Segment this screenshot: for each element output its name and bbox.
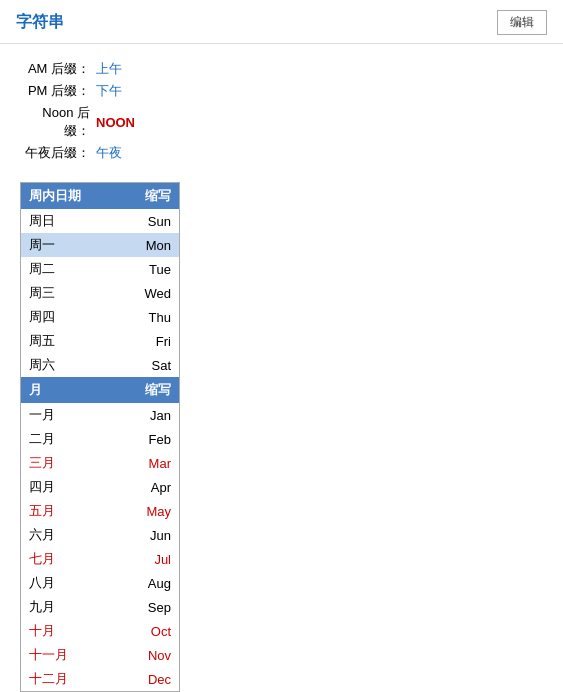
month-row: 九月Sep xyxy=(21,595,180,619)
weekday-row: 周六Sat xyxy=(21,353,180,377)
month-name: 十月 xyxy=(21,619,119,643)
weekday-row: 周一Mon xyxy=(21,233,180,257)
suffix-section: AM 后缀：上午PM 后缀：下午Noon 后缀：NOON午夜后缀：午夜 xyxy=(20,60,543,162)
month-name: 五月 xyxy=(21,499,119,523)
weekday-name: 周三 xyxy=(21,281,119,305)
weekday-abbr-col-header: 缩写 xyxy=(118,183,179,210)
weekday-row: 周三Wed xyxy=(21,281,180,305)
month-name: 二月 xyxy=(21,427,119,451)
month-row: 十一月Nov xyxy=(21,643,180,667)
content-area: AM 后缀：上午PM 后缀：下午Noon 后缀：NOON午夜后缀：午夜 周内日期… xyxy=(0,44,563,692)
month-abbr: Jul xyxy=(118,547,179,571)
weekday-name: 周五 xyxy=(21,329,119,353)
weekday-abbr: Sun xyxy=(118,209,179,233)
month-row: 二月Feb xyxy=(21,427,180,451)
month-row: 十月Oct xyxy=(21,619,180,643)
page-header: 字符串 编辑 xyxy=(0,0,563,44)
month-row: 八月Aug xyxy=(21,571,180,595)
suffix-row: 午夜后缀：午夜 xyxy=(20,144,543,162)
weekday-header-row: 周内日期 缩写 xyxy=(21,183,180,210)
month-row: 五月May xyxy=(21,499,180,523)
weekday-name: 周日 xyxy=(21,209,119,233)
month-abbr: Dec xyxy=(118,667,179,692)
month-abbr: Jun xyxy=(118,523,179,547)
month-row: 一月Jan xyxy=(21,403,180,427)
suffix-value: 下午 xyxy=(96,82,122,100)
month-abbr: Feb xyxy=(118,427,179,451)
calendar-table: 周内日期 缩写 周日Sun周一Mon周二Tue周三Wed周四Thu周五Fri周六… xyxy=(20,182,180,692)
month-name: 九月 xyxy=(21,595,119,619)
month-row: 四月Apr xyxy=(21,475,180,499)
month-abbr: Apr xyxy=(118,475,179,499)
weekday-row: 周日Sun xyxy=(21,209,180,233)
month-abbr-col-header: 缩写 xyxy=(118,377,179,403)
suffix-value: 午夜 xyxy=(96,144,122,162)
weekday-abbr: Wed xyxy=(118,281,179,305)
month-name: 六月 xyxy=(21,523,119,547)
month-abbr: Nov xyxy=(118,643,179,667)
month-row: 七月Jul xyxy=(21,547,180,571)
weekday-abbr: Tue xyxy=(118,257,179,281)
weekday-row: 周五Fri xyxy=(21,329,180,353)
suffix-value: 上午 xyxy=(96,60,122,78)
month-abbr: Mar xyxy=(118,451,179,475)
month-name: 十二月 xyxy=(21,667,119,692)
weekday-name: 周二 xyxy=(21,257,119,281)
edit-button[interactable]: 编辑 xyxy=(497,10,547,35)
suffix-row: AM 后缀：上午 xyxy=(20,60,543,78)
month-row: 三月Mar xyxy=(21,451,180,475)
suffix-label: 午夜后缀： xyxy=(20,144,90,162)
suffix-value: NOON xyxy=(96,115,135,130)
suffix-label: AM 后缀： xyxy=(20,60,90,78)
suffix-row: PM 后缀：下午 xyxy=(20,82,543,100)
weekday-abbr: Thu xyxy=(118,305,179,329)
suffix-label: Noon 后缀： xyxy=(20,104,90,140)
month-name: 八月 xyxy=(21,571,119,595)
month-row: 十二月Dec xyxy=(21,667,180,692)
month-abbr: Jan xyxy=(118,403,179,427)
suffix-row: Noon 后缀：NOON xyxy=(20,104,543,140)
weekday-name: 周四 xyxy=(21,305,119,329)
weekday-name: 周一 xyxy=(21,233,119,257)
month-name: 十一月 xyxy=(21,643,119,667)
weekday-row: 周二Tue xyxy=(21,257,180,281)
weekday-name: 周六 xyxy=(21,353,119,377)
weekday-row: 周四Thu xyxy=(21,305,180,329)
month-abbr: Sep xyxy=(118,595,179,619)
month-abbr: May xyxy=(118,499,179,523)
weekday-col-header: 周内日期 xyxy=(21,183,119,210)
month-col-header: 月 xyxy=(21,377,119,403)
month-header-row: 月 缩写 xyxy=(21,377,180,403)
month-abbr: Oct xyxy=(118,619,179,643)
weekday-abbr: Fri xyxy=(118,329,179,353)
month-abbr: Aug xyxy=(118,571,179,595)
weekday-abbr: Mon xyxy=(118,233,179,257)
page-title: 字符串 xyxy=(16,12,64,33)
month-name: 四月 xyxy=(21,475,119,499)
month-name: 七月 xyxy=(21,547,119,571)
month-name: 一月 xyxy=(21,403,119,427)
weekday-abbr: Sat xyxy=(118,353,179,377)
month-row: 六月Jun xyxy=(21,523,180,547)
suffix-label: PM 后缀： xyxy=(20,82,90,100)
month-name: 三月 xyxy=(21,451,119,475)
